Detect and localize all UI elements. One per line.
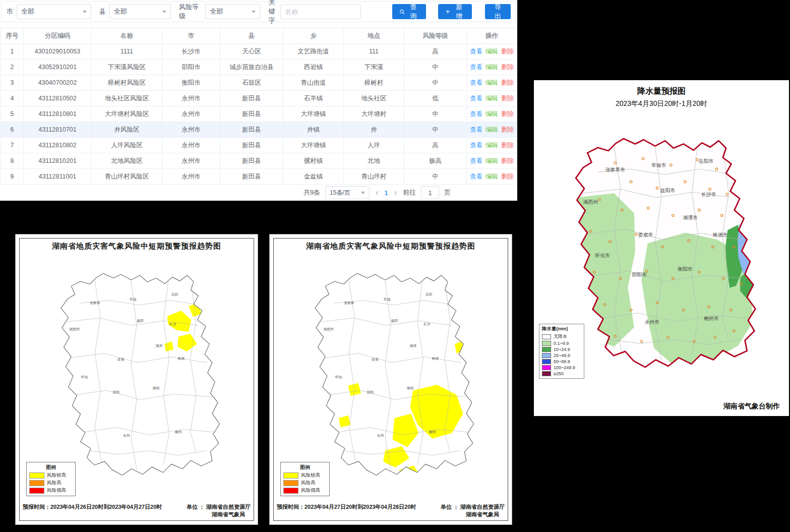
delete-link[interactable]: 删除 [501, 110, 514, 117]
delete-link[interactable]: 删除 [501, 142, 514, 149]
view-link[interactable]: 查看 [470, 64, 482, 71]
legend-label: 风险很高 [301, 487, 320, 494]
view-link[interactable]: 查看 [470, 48, 482, 55]
edit-link[interactable]: 编辑 [485, 126, 498, 133]
column-header: 操作 [467, 28, 517, 44]
table-cell: 大坪塘镇 [283, 106, 344, 122]
legend-swatch [29, 472, 44, 479]
keyword-input[interactable] [280, 4, 361, 19]
delete-link[interactable]: 删除 [501, 79, 514, 86]
edit-link[interactable]: 编辑 [485, 173, 498, 180]
legend-label: 无降水 [554, 333, 567, 340]
city-label: 永州市 [644, 319, 659, 325]
delete-link[interactable]: 删除 [501, 173, 514, 180]
view-link[interactable]: 查看 [470, 157, 482, 164]
city-label: 湘西州 [323, 327, 334, 331]
next-page-button[interactable]: › [393, 188, 398, 197]
view-link[interactable]: 查看 [470, 173, 482, 180]
risk-level-filter-select[interactable]: 全部 [205, 4, 260, 19]
current-page[interactable]: 1 [384, 189, 388, 197]
legend-swatch [283, 488, 298, 494]
view-link[interactable]: 查看 [470, 142, 482, 149]
legend-label: 风险较高 [47, 472, 66, 479]
city-label: 长沙 [423, 322, 431, 326]
city-label: 郴州 [429, 430, 436, 434]
edit-link[interactable]: 编辑 [485, 64, 498, 71]
chevron-down-icon [162, 11, 166, 13]
view-link[interactable]: 查看 [470, 79, 482, 86]
page-size-value: 15条/页 [330, 189, 350, 197]
prev-page-button[interactable]: ‹ [375, 188, 379, 197]
legend-item: 10~24.9 [542, 347, 581, 352]
add-button[interactable]: 新增 [438, 4, 471, 19]
delete-link[interactable]: 删除 [501, 48, 514, 55]
county-filter-label: 县 [99, 7, 106, 16]
delete-link[interactable]: 删除 [501, 126, 514, 133]
hunan-trend-map-2: 张家界常德岳阳湘西州益阳长沙娄底湘潭株洲怀化邵阳衡阳永州郴州 [275, 252, 506, 484]
trend-map-title: 湖南省地质灾害气象风险中短期预警预报趋势图 [52, 242, 221, 251]
table-cell: 文艺路街道 [283, 44, 344, 60]
table-cell: 3 [1, 75, 24, 91]
table-cell: 1 [1, 44, 24, 60]
search-button[interactable]: 查询 [392, 4, 426, 19]
table-cell: 永州市 [162, 91, 220, 106]
city-label: 怀化 [335, 375, 342, 379]
precip-legend: 降水量(mm) 无降水0.1~9.910~24.925~49.950~99.91… [539, 324, 584, 379]
legend-label: 50~99.9 [554, 359, 570, 364]
table-row[interactable]: 243052910201下宋溪风险区邵阳市城步苗族自治县西岩镇下宋溪中查看编辑删… [1, 60, 517, 75]
legend-swatch [542, 341, 551, 346]
edit-link[interactable]: 编辑 [485, 79, 498, 86]
delete-link[interactable]: 删除 [501, 64, 514, 71]
actions-cell: 查看编辑删除 [467, 60, 517, 75]
table-row[interactable]: 143010290100531111长沙市天心区文艺路街道111高查看编辑删除 [1, 44, 517, 60]
legend-title: 图例 [29, 464, 73, 471]
city-filter-select[interactable]: 全部 [17, 4, 91, 19]
table-row[interactable]: 443112810502地头社区风险区永州市新田县石羊镇地头社区低查看编辑删除 [1, 91, 517, 106]
city-label: 湘潭 [155, 344, 162, 348]
table-row[interactable]: 843112810201北地风险区永州市新田县骥村镇北地极高查看编辑删除 [1, 153, 517, 169]
legend-swatch [542, 353, 551, 358]
table-cell: 永州市 [162, 122, 220, 138]
edit-link[interactable]: 编辑 [485, 157, 498, 164]
table-header-row: 序号分区编码名称市县乡地点风险等级操作 [1, 28, 517, 44]
table-cell: 永州市 [162, 138, 220, 153]
table-cell: 新田县 [220, 91, 283, 106]
export-button[interactable]: 导出 [485, 4, 511, 19]
city-label: 衡阳市 [678, 267, 693, 272]
column-header: 序号 [1, 28, 24, 44]
city-label: 湘西州 [69, 327, 80, 331]
county-filter-select[interactable]: 全部 [109, 4, 171, 19]
city-label: 张家界 [90, 301, 100, 305]
table-cell: 井风险区 [92, 122, 162, 138]
delete-link[interactable]: 删除 [501, 95, 514, 102]
trend-map-panel-2: 湖南省地质灾害气象风险中短期预警预报趋势图 张家界常德岳阳湘西州益阳长沙娄底湘潭… [269, 234, 512, 525]
table-row[interactable]: 743112810802人坪风险区永州市新田县大坪塘镇人坪高查看编辑删除 [1, 138, 517, 153]
delete-link[interactable]: 删除 [501, 157, 514, 164]
search-button-label: 查询 [408, 3, 419, 21]
view-link[interactable]: 查看 [470, 110, 482, 117]
table-cell: 地头社区风险区 [92, 91, 162, 106]
actions-cell: 查看编辑删除 [467, 75, 517, 91]
view-link[interactable]: 查看 [470, 126, 482, 133]
table-row[interactable]: 343040700202樟树村风险区衡阳市石鼓区青山街道樟树村中查看编辑删除 [1, 75, 517, 91]
table-cell: 西岩镇 [283, 60, 344, 75]
page-size-select[interactable]: 15条/页 [325, 186, 370, 199]
edit-link[interactable]: 编辑 [485, 48, 498, 55]
trend-map-title: 湖南省地质灾害气象风险中短期预警预报趋势图 [306, 242, 475, 251]
goto-page-input[interactable] [421, 186, 439, 199]
table-row[interactable]: 543112810801大坪塘村风险区永州市新田县大坪塘镇大坪塘村中查看编辑删除 [1, 106, 517, 122]
table-cell: 2 [1, 60, 24, 75]
legend-label: 100~249.9 [554, 365, 575, 370]
view-link[interactable]: 查看 [470, 95, 482, 102]
legend-item: 风险高 [283, 480, 327, 486]
table-row[interactable]: 643112810701井风险区永州市新田县井镇井中查看编辑删除 [1, 122, 517, 138]
legend-label: 25~49.9 [554, 353, 570, 358]
edit-link[interactable]: 编辑 [485, 95, 498, 102]
table-row[interactable]: 943112811001青山坪村风险区永州市新田县金盆镇青山坪村中查看编辑删除 [1, 169, 517, 185]
edit-link[interactable]: 编辑 [485, 110, 498, 117]
unit-line: 湖南省气象局 [460, 511, 505, 518]
edit-link[interactable]: 编辑 [485, 142, 498, 149]
table-cell: 地头社区 [344, 91, 404, 106]
trend-legend: 图例 风险较高风险高风险很高 [280, 462, 330, 496]
unit-label: 单位 ： [441, 503, 459, 518]
